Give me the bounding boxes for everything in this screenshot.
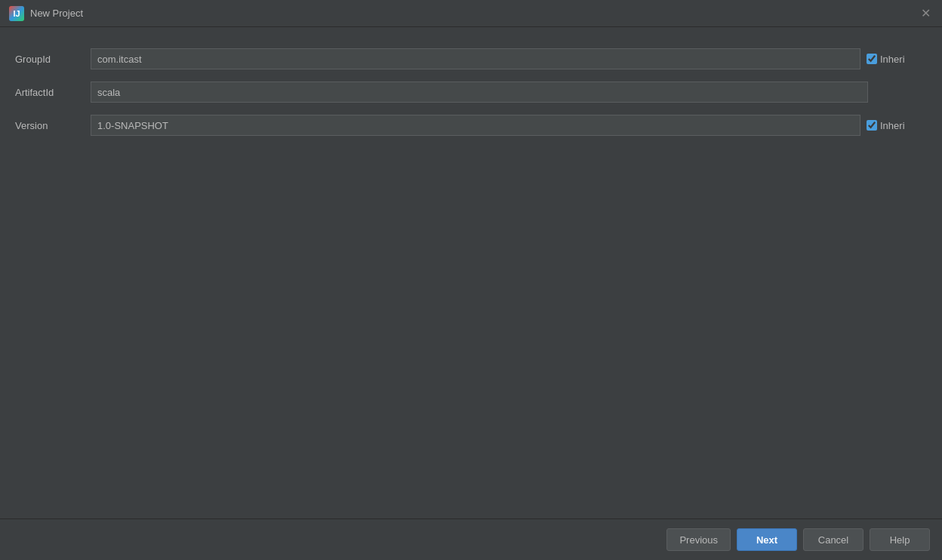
groupid-inherit: Inheri [867, 54, 927, 65]
version-inherit-checkbox[interactable] [867, 120, 877, 131]
version-inherit: Inheri [867, 120, 927, 131]
form-area: GroupId Inheri ArtifactId Version Inheri [15, 42, 927, 142]
version-input[interactable] [91, 115, 860, 136]
version-inherit-label: Inheri [880, 120, 905, 131]
cancel-button[interactable]: Cancel [803, 528, 864, 551]
groupid-inherit-label: Inheri [880, 54, 905, 65]
dialog-footer: Previous Next Cancel Help [0, 518, 942, 560]
artifactid-input[interactable] [91, 82, 868, 103]
dialog-content: GroupId Inheri ArtifactId Version Inheri [0, 27, 942, 518]
dialog-title: New Project [30, 8, 83, 19]
groupid-label: GroupId [15, 54, 91, 65]
help-button[interactable]: Help [870, 528, 930, 551]
version-label: Version [15, 120, 91, 131]
artifactid-row: ArtifactId [15, 75, 927, 109]
groupid-inherit-checkbox[interactable] [867, 54, 877, 64]
next-button[interactable]: Next [737, 528, 797, 551]
new-project-dialog: IJ New Project ✕ GroupId Inheri Artifact… [0, 0, 942, 560]
version-row: Version Inheri [15, 109, 927, 142]
close-button[interactable]: ✕ [918, 6, 933, 21]
groupid-row: GroupId Inheri [15, 42, 927, 75]
title-bar-left: IJ New Project [9, 6, 83, 21]
title-bar: IJ New Project ✕ [0, 0, 942, 27]
artifactid-label: ArtifactId [15, 87, 91, 98]
groupid-input[interactable] [91, 48, 860, 69]
previous-button[interactable]: Previous [666, 528, 731, 551]
app-icon: IJ [9, 6, 24, 21]
